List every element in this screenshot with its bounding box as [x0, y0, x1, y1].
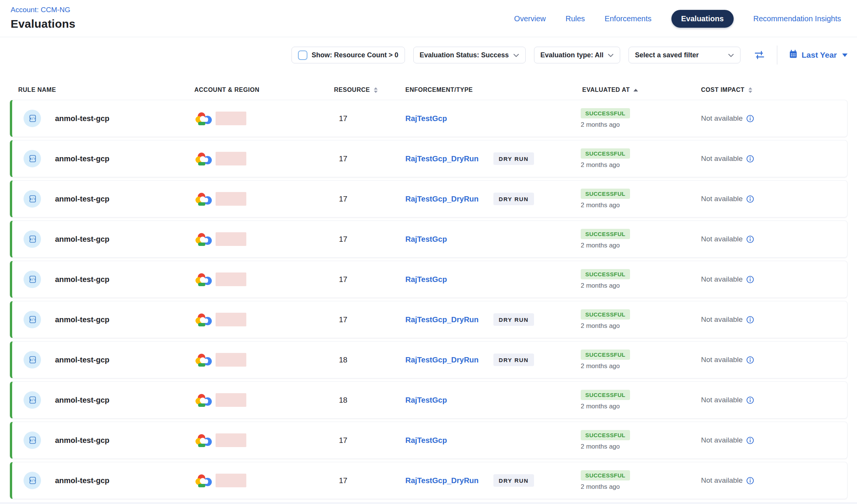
- info-icon[interactable]: [746, 356, 754, 364]
- svg-text:</>: </>: [30, 117, 36, 120]
- rule-code-icon: </>: [24, 271, 41, 288]
- info-icon[interactable]: [746, 316, 754, 324]
- rule-name: anmol-test-gcp: [55, 154, 109, 163]
- evaluated-time: 2 months ago: [581, 161, 620, 169]
- sliders-filter-icon[interactable]: [753, 49, 766, 61]
- rule-code-icon: </>: [24, 150, 41, 167]
- status-badge: SUCCESSFUL: [581, 309, 630, 320]
- cost-impact-value: Not available: [701, 436, 743, 444]
- evaluation-type-label: Evaluation type: All: [540, 51, 603, 59]
- tab-enforcements[interactable]: Enforcements: [605, 14, 651, 23]
- sort-icon[interactable]: [374, 87, 378, 93]
- info-icon[interactable]: [746, 477, 754, 485]
- cost-impact-value: Not available: [701, 356, 743, 364]
- resource-count-filter[interactable]: Show: Resource Count > 0: [291, 47, 405, 63]
- rule-code-icon: </>: [24, 190, 41, 208]
- enforcement-link[interactable]: RajTestGcp: [405, 275, 447, 284]
- date-range-selector[interactable]: Last Year: [789, 50, 848, 61]
- info-icon[interactable]: [746, 276, 754, 284]
- table-row[interactable]: </> anmol-test-gcp 18 RajTestGcp_DryRun …: [10, 341, 848, 378]
- enforcement-link[interactable]: RajTestGcp: [405, 235, 447, 244]
- cost-impact-cell: Not available: [701, 436, 754, 444]
- info-icon[interactable]: [746, 396, 754, 404]
- saved-filter-dropdown[interactable]: Select a saved filter: [629, 47, 740, 63]
- info-icon[interactable]: [746, 155, 754, 163]
- enforcement-link[interactable]: RajTestGcp: [405, 436, 447, 445]
- status-badge: SUCCESSFUL: [581, 189, 630, 199]
- tab-rules[interactable]: Rules: [566, 14, 585, 23]
- svg-text:</>: </>: [30, 197, 36, 201]
- cost-impact-cell: Not available: [701, 114, 754, 123]
- chevron-down-icon: [728, 51, 734, 59]
- column-account-region[interactable]: ACCOUNT & REGION: [194, 87, 260, 93]
- evaluation-status-cell: SUCCESSFUL 2 months ago: [581, 470, 630, 491]
- dry-run-badge: DRY RUN: [493, 354, 534, 366]
- enforcement-link[interactable]: RajTestGcp: [405, 396, 447, 405]
- column-evaluated-at[interactable]: EVALUATED AT: [582, 87, 638, 93]
- evaluated-time: 2 months ago: [581, 362, 620, 370]
- table-row[interactable]: </> anmol-test-gcp 17 RajTestGcp_DryRun …: [10, 180, 848, 217]
- column-enforcement-type[interactable]: ENFORCEMENT/TYPE: [405, 87, 473, 93]
- info-icon[interactable]: [746, 195, 754, 203]
- table-row[interactable]: </> anmol-test-gcp 18 RajTestGcp DRY RUN…: [10, 381, 848, 419]
- tab-overview[interactable]: Overview: [514, 14, 546, 23]
- rule-name: anmol-test-gcp: [55, 315, 109, 324]
- enforcement-link[interactable]: RajTestGcp_DryRun: [405, 356, 479, 364]
- resource-count: 17: [339, 235, 347, 244]
- evaluated-time: 2 months ago: [581, 403, 620, 410]
- cost-impact-value: Not available: [701, 195, 743, 203]
- resource-count-checkbox[interactable]: [298, 50, 307, 60]
- enforcement-link[interactable]: RajTestGcp_DryRun: [405, 195, 479, 203]
- gcp-cloud-icon: [195, 111, 213, 126]
- rule-code-icon: </>: [24, 472, 41, 489]
- account-id-redacted: [216, 353, 246, 367]
- enforcement-link[interactable]: RajTestGcp_DryRun: [405, 315, 479, 324]
- evaluated-time: 2 months ago: [581, 322, 620, 330]
- column-cost-impact[interactable]: COST IMPACT: [701, 87, 752, 93]
- rule-name: anmol-test-gcp: [55, 476, 109, 485]
- status-badge: SUCCESSFUL: [581, 470, 630, 480]
- status-badge: SUCCESSFUL: [581, 269, 630, 279]
- svg-text:</>: </>: [30, 157, 36, 161]
- page-header: Account: CCM-NG Evaluations: [11, 0, 76, 30]
- table-row[interactable]: </> anmol-test-gcp 17 RajTestGcp_DryRun …: [10, 140, 848, 177]
- enforcement-link[interactable]: RajTestGcp: [405, 114, 447, 123]
- info-icon[interactable]: [746, 115, 754, 123]
- account-id-redacted: [216, 272, 246, 286]
- gcp-cloud-icon: [195, 232, 213, 246]
- info-icon[interactable]: [746, 235, 754, 243]
- breadcrumb[interactable]: Account: CCM-NG: [11, 6, 76, 14]
- column-resource[interactable]: RESOURCE: [334, 87, 378, 93]
- status-badge: SUCCESSFUL: [581, 108, 630, 118]
- sort-icon[interactable]: [748, 87, 752, 93]
- resource-count: 17: [339, 436, 347, 445]
- evaluation-status-dropdown[interactable]: Evaluation Status: Success: [413, 47, 526, 63]
- svg-text:</>: </>: [30, 358, 36, 362]
- gcp-cloud-icon: [195, 312, 213, 327]
- tab-recommendation-insights[interactable]: Recommendation Insights: [753, 14, 841, 23]
- chevron-down-icon: [608, 51, 614, 59]
- gcp-cloud-icon: [195, 151, 213, 166]
- sort-ascending-icon[interactable]: [633, 89, 638, 91]
- info-icon[interactable]: [746, 436, 754, 444]
- svg-text:</>: </>: [30, 479, 36, 482]
- table-row[interactable]: </> anmol-test-gcp 17 RajTestGcp DRY RUN…: [10, 422, 848, 459]
- table-row[interactable]: </> anmol-test-gcp 17 RajTestGcp DRY RUN…: [10, 220, 848, 258]
- date-range-label: Last Year: [802, 50, 837, 60]
- table-row[interactable]: </> anmol-test-gcp 17 RajTestGcp DRY RUN…: [10, 261, 848, 298]
- resource-count: 17: [339, 315, 347, 324]
- gcp-cloud-icon: [195, 192, 213, 206]
- table-row[interactable]: </> anmol-test-gcp 17 RajTestGcp DRY RUN…: [10, 100, 848, 137]
- status-badge: SUCCESSFUL: [581, 229, 630, 239]
- evaluation-type-dropdown[interactable]: Evaluation type: All: [534, 47, 620, 63]
- dry-run-badge: DRY RUN: [493, 153, 534, 165]
- table-row[interactable]: </> anmol-test-gcp 17 RajTestGcp_DryRun …: [10, 462, 848, 499]
- enforcement-link[interactable]: RajTestGcp_DryRun: [405, 154, 479, 163]
- column-rule-name[interactable]: RULE NAME: [18, 87, 56, 93]
- tab-evaluations-active[interactable]: Evaluations: [671, 10, 734, 28]
- resource-count: 17: [339, 476, 347, 485]
- cost-impact-cell: Not available: [701, 356, 754, 364]
- enforcement-link[interactable]: RajTestGcp_DryRun: [405, 476, 479, 485]
- account-id-redacted: [216, 433, 246, 447]
- table-row[interactable]: </> anmol-test-gcp 17 RajTestGcp_DryRun …: [10, 301, 848, 338]
